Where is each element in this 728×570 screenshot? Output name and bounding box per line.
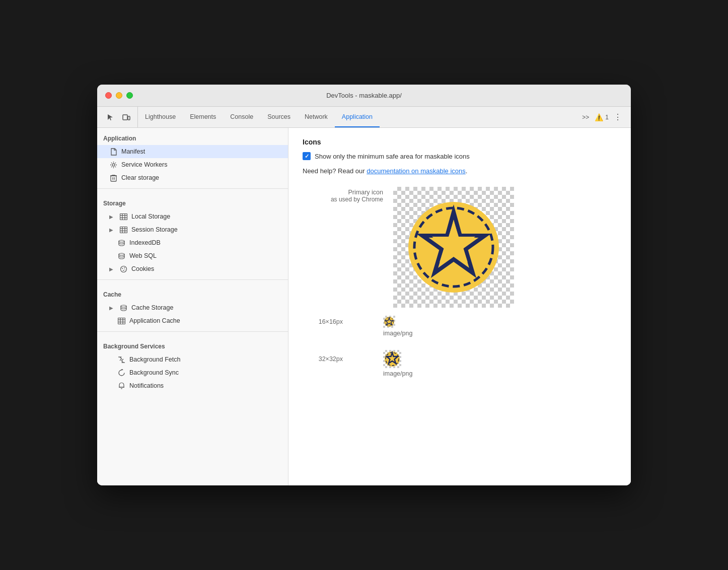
main-panel: Icons Show only the minimum safe area fo…	[288, 128, 631, 485]
cursor-icon[interactable]	[103, 110, 117, 124]
tab-application[interactable]: Application	[335, 107, 380, 127]
sidebar-section-cache: Cache	[97, 284, 288, 301]
more-menu-button[interactable]: ⋮	[611, 110, 625, 124]
devtools-body: Application Manifest Service	[97, 128, 631, 485]
sidebar-item-session-storage-label: Session Storage	[131, 226, 178, 233]
titlebar: DevTools - maskable.app/	[97, 85, 631, 107]
trash-icon	[109, 174, 117, 182]
sidebar-item-app-cache-label: Application Cache	[129, 317, 180, 324]
db-icon-websql	[117, 252, 125, 260]
sidebar-item-cookies[interactable]: ▶ Cookies	[97, 262, 288, 275]
sidebar-item-cookies-label: Cookies	[131, 265, 154, 272]
sidebar-item-session-storage[interactable]: ▶ Session Storage	[97, 223, 288, 236]
sidebar-item-notifications-label: Notifications	[129, 382, 164, 389]
db-icon-indexed	[117, 239, 125, 247]
sidebar-item-manifest-label: Manifest	[121, 148, 145, 155]
sidebar-item-clear-storage[interactable]: Clear storage	[97, 171, 288, 184]
sidebar-section-bg-services: Background Services	[97, 336, 288, 353]
icon-16-type: image/png	[383, 330, 617, 337]
tab-console[interactable]: Console	[223, 107, 260, 127]
svg-rect-9	[120, 227, 127, 233]
svg-point-2	[112, 164, 115, 166]
icon-16-size: 16×16px	[303, 318, 343, 325]
close-button[interactable]	[105, 92, 112, 99]
divider-1	[97, 188, 288, 189]
icon-16-label-col: 16×16px	[303, 318, 383, 325]
minimize-button[interactable]	[116, 92, 122, 99]
maskable-star-svg	[406, 199, 501, 295]
sidebar-item-service-workers[interactable]: Service Workers	[97, 158, 288, 171]
icons-section-title: Icons	[303, 138, 617, 146]
svg-rect-3	[111, 176, 116, 181]
sidebar-item-bg-sync-label: Background Sync	[129, 369, 179, 376]
checkbox-label: Show only the minimum safe area for mask…	[315, 153, 470, 160]
icon-32-svg	[384, 350, 401, 368]
doc-link[interactable]: documentation on maskable icons	[367, 167, 466, 175]
devtools-toolbar: Lighthouse Elements Console Sources Netw…	[97, 107, 631, 128]
sidebar-item-websql-label: Web SQL	[129, 252, 157, 259]
expand-arrow-session: ▶	[109, 227, 115, 233]
icon-16-svg	[384, 316, 395, 327]
tab-elements[interactable]: Elements	[183, 107, 223, 127]
bell-icon	[117, 382, 125, 390]
expand-arrow-local: ▶	[109, 214, 115, 220]
db-icon-cache	[119, 304, 127, 312]
svg-rect-22	[118, 318, 125, 324]
cookie-icon	[119, 265, 127, 273]
sidebar-item-websql[interactable]: Web SQL	[97, 249, 288, 262]
sync-icon	[117, 369, 125, 377]
divider-3	[97, 331, 288, 332]
sidebar-item-notifications[interactable]: Notifications	[97, 379, 288, 392]
svg-point-20	[124, 269, 125, 270]
table-icon-local	[119, 212, 127, 221]
svg-point-15	[119, 253, 124, 255]
arrows-icon	[117, 355, 125, 364]
svg-point-18	[124, 267, 125, 268]
sidebar-item-local-storage-label: Local Storage	[131, 213, 170, 220]
icon-32-label-col: 32×32px	[303, 355, 383, 363]
sidebar-item-local-storage[interactable]: ▶ Local Storage	[97, 210, 288, 223]
help-text: Need help? Read our documentation on mas…	[303, 167, 617, 175]
toolbar-icons	[99, 107, 138, 127]
devtools-tabs: Lighthouse Elements Console Sources Netw…	[138, 107, 574, 127]
expand-arrow-cache: ▶	[109, 305, 115, 311]
maximize-button[interactable]	[126, 92, 133, 99]
devtools-window: DevTools - maskable.app/ Lighthouse Elem…	[97, 85, 631, 485]
table-icon-session	[119, 226, 127, 234]
sidebar-item-app-cache[interactable]: Application Cache	[97, 314, 288, 327]
icon-32-size: 32×32px	[303, 355, 343, 363]
icon-32-entry: 32×32px	[303, 350, 617, 368]
sidebar-item-manifest[interactable]: Manifest	[97, 145, 288, 158]
primary-icon-label: Primary icon	[303, 189, 383, 196]
maskable-checkbox-row: Show only the minimum safe area for mask…	[303, 152, 617, 160]
sidebar-item-bg-fetch-label: Background Fetch	[129, 356, 180, 363]
icon-32-preview	[383, 350, 401, 368]
icon-16-preview	[383, 316, 395, 328]
sidebar-section-storage: Storage	[97, 193, 288, 210]
tab-network[interactable]: Network	[298, 107, 335, 127]
sidebar-item-indexeddb[interactable]: IndexedDB	[97, 236, 288, 249]
svg-rect-4	[120, 213, 127, 220]
svg-point-21	[121, 305, 126, 307]
sidebar-item-bg-fetch[interactable]: Background Fetch	[97, 353, 288, 366]
sidebar-item-bg-sync[interactable]: Background Sync	[97, 366, 288, 379]
icon-16-entry: 16×16px	[303, 316, 617, 328]
icon-32-type: image/png	[383, 370, 617, 377]
divider-2	[97, 279, 288, 280]
traffic-lights	[105, 92, 133, 99]
device-toggle-icon[interactable]	[119, 110, 133, 124]
svg-point-14	[119, 240, 124, 242]
warning-badge: ⚠️ 1	[595, 113, 609, 121]
maskable-checkbox[interactable]	[303, 152, 311, 160]
svg-point-19	[123, 270, 124, 271]
tab-lighthouse[interactable]: Lighthouse	[138, 107, 183, 127]
svg-rect-1	[128, 116, 130, 120]
table-icon-appcache	[117, 317, 125, 325]
sidebar-item-cache-storage[interactable]: ▶ Cache Storage	[97, 301, 288, 314]
sidebar-item-cache-storage-label: Cache Storage	[131, 304, 173, 311]
sidebar-section-application: Application	[97, 128, 288, 145]
tab-sources[interactable]: Sources	[260, 107, 298, 127]
overflow-tabs-button[interactable]: >>	[578, 110, 593, 124]
svg-rect-0	[123, 115, 127, 120]
primary-icon-label-col: Primary icon as used by Chrome	[303, 187, 383, 203]
